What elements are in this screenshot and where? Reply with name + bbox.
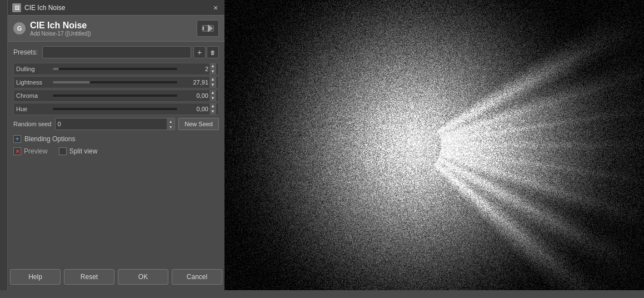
- blending-label: Blending Options: [24, 135, 75, 143]
- slider-down-3[interactable]: ▼: [209, 109, 216, 115]
- preview-check-icon: ✕: [13, 147, 21, 155]
- controls-area: Presets: + 🗑 Dulling 2 ▲ ▼ Lightne: [8, 42, 224, 269]
- seed-row: Random seed ▲ ▼ New Seed: [13, 117, 219, 131]
- slider-down-1[interactable]: ▼: [209, 82, 216, 88]
- seed-up-button[interactable]: ▲: [167, 118, 174, 124]
- presets-buttons: + 🗑: [193, 46, 219, 58]
- reset-button[interactable]: Reset: [64, 269, 114, 285]
- canvas-area: [224, 0, 644, 290]
- slider-down-2[interactable]: ▼: [209, 96, 216, 101]
- presets-dropdown[interactable]: [42, 46, 191, 58]
- slider-track-3[interactable]: [53, 108, 177, 110]
- slider-label-0: Dulling: [16, 66, 49, 72]
- slider-up-0[interactable]: ▲: [209, 63, 216, 69]
- title-bar-icon: 🖼: [12, 3, 21, 12]
- slider-row-hue[interactable]: Hue 0,00 ▲ ▼: [13, 103, 219, 115]
- slider-track-0[interactable]: [53, 68, 177, 70]
- sliders-container: Dulling 2 ▲ ▼ Lightness 27,91 ▲ ▼ Chroma: [13, 63, 219, 115]
- noise-canvas: [224, 0, 644, 290]
- seed-spinners: ▲ ▼: [167, 118, 174, 130]
- slider-track-1[interactable]: [53, 81, 177, 83]
- slider-value-3: 0,00: [181, 106, 208, 112]
- presets-row: Presets: + 🗑: [13, 46, 219, 58]
- plugin-title: CIE Ich Noise: [30, 21, 197, 31]
- seed-label: Random seed: [13, 121, 52, 127]
- seed-input-wrap: ▲ ▼: [55, 118, 176, 130]
- plugin-icon-button[interactable]: [197, 20, 219, 37]
- ok-button[interactable]: OK: [118, 269, 168, 285]
- presets-label: Presets:: [13, 48, 42, 56]
- slider-value-0: 2: [181, 66, 208, 72]
- seed-down-button[interactable]: ▼: [167, 124, 174, 130]
- slider-up-3[interactable]: ▲: [209, 103, 216, 109]
- slider-label-1: Lightness: [16, 79, 49, 86]
- preview-row: ✕ Preview Split view: [13, 147, 219, 155]
- slider-up-1[interactable]: ▲: [209, 77, 216, 82]
- cancel-button[interactable]: Cancel: [172, 269, 222, 285]
- slider-row-chroma[interactable]: Chroma 0,00 ▲ ▼: [13, 90, 219, 102]
- button-row: HelpResetOKCancel: [8, 269, 224, 290]
- plugin-header: G CIE Ich Noise Add Noise-17 ([Untitled]…: [8, 16, 224, 42]
- help-button[interactable]: Help: [10, 269, 61, 285]
- slider-spinners-0: ▲ ▼: [209, 63, 216, 74]
- title-bar-title: CIE Ich Noise: [24, 4, 211, 12]
- slider-row-lightness[interactable]: Lightness 27,91 ▲ ▼: [13, 76, 219, 88]
- preview-label: Preview: [24, 147, 48, 155]
- slider-track-2[interactable]: [53, 95, 177, 97]
- preview-checkbox-wrap[interactable]: ✕ Preview: [13, 147, 48, 155]
- split-view-wrap[interactable]: Split view: [59, 147, 98, 155]
- slider-label-3: Hue: [16, 106, 49, 112]
- plugin-logo: G: [13, 22, 26, 34]
- split-view-label: Split view: [69, 147, 98, 155]
- dialog-panel: 🖼 CIE Ich Noise × G CIE Ich Noise Add No…: [8, 0, 224, 290]
- slider-value-2: 0,00: [181, 92, 208, 99]
- slider-row-dulling[interactable]: Dulling 2 ▲ ▼: [13, 63, 219, 75]
- blending-toggle[interactable]: +: [13, 135, 21, 143]
- plugin-title-block: CIE Ich Noise Add Noise-17 ([Untitled]): [30, 21, 197, 37]
- close-button[interactable]: ×: [211, 3, 220, 12]
- slider-up-2[interactable]: ▲: [209, 90, 216, 96]
- preset-add-button[interactable]: +: [193, 46, 206, 58]
- slider-fill-0: [53, 68, 59, 70]
- slider-value-1: 27,91: [181, 79, 208, 86]
- plugin-subtitle: Add Noise-17 ([Untitled]): [30, 31, 197, 37]
- new-seed-button[interactable]: New Seed: [178, 118, 219, 130]
- split-view-checkbox[interactable]: [59, 147, 67, 155]
- seed-input[interactable]: [56, 118, 167, 130]
- slider-spinners-1: ▲ ▼: [209, 77, 216, 88]
- preset-remove-button[interactable]: 🗑: [207, 46, 219, 58]
- slider-label-2: Chroma: [16, 92, 49, 99]
- blending-options-row: + Blending Options: [13, 135, 219, 143]
- slider-spinners-3: ▲ ▼: [209, 103, 216, 115]
- slider-fill-1: [53, 81, 90, 83]
- title-bar: 🖼 CIE Ich Noise ×: [8, 0, 224, 16]
- ruler-left: [0, 0, 8, 290]
- slider-down-0[interactable]: ▼: [209, 69, 216, 74]
- slider-spinners-2: ▲ ▼: [209, 90, 216, 101]
